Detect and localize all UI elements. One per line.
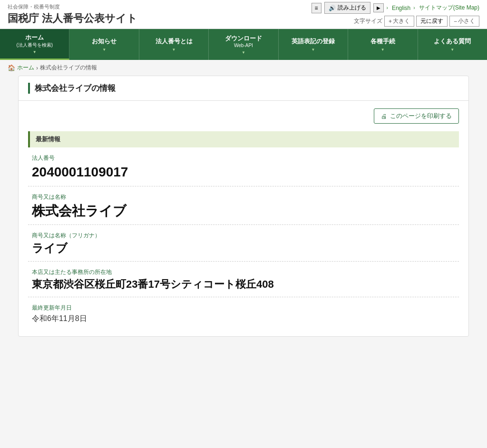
page-title: 株式会社ライブの情報 (28, 83, 459, 94)
main-nav: ホーム (法人番号を検索) ▼ お知らせ ▼ 法人番号とは ▼ ダウンロード W… (0, 29, 487, 60)
font-size-label: 文字サイズ (354, 17, 382, 25)
font-small-button[interactable]: − 小さく (449, 16, 479, 27)
nav-item-home[interactable]: ホーム (法人番号を検索) ▼ (0, 29, 69, 60)
top-bar: 社会保障・税番号制度 国税庁 法人番号公表サイト ≡ 🔊 読み上げる ▶ › E… (0, 0, 487, 29)
plus-icon: + (389, 18, 392, 25)
top-controls: ≡ 🔊 読み上げる ▶ › English › サイトマップ(Site Map) (312, 2, 479, 14)
nav-english-arrow: ▼ (311, 48, 315, 52)
nav-download-arrow: ▼ (242, 50, 245, 55)
field-label-hojin-number: 法人番号 (32, 154, 455, 162)
field-last-updated: 最終更新年月日 令和6年11月8日 (28, 297, 459, 329)
speaker-icon: 🔊 (329, 5, 336, 11)
nav-item-procedures[interactable]: 各種手続 ▼ (348, 29, 418, 60)
font-large-button[interactable]: + 大きく (384, 16, 414, 27)
site-branding: 社会保障・税番号制度 国税庁 法人番号公表サイト (8, 3, 137, 26)
field-company-name: 商号又は名称 株式会社ライブ (28, 186, 459, 225)
field-label-address: 本店又は主たる事務所の所在地 (32, 268, 455, 276)
arrow-icon: › (387, 5, 388, 10)
nav-english-label: 英語表記の登録 (292, 38, 335, 46)
english-link[interactable]: English (392, 5, 410, 11)
field-hojin-number: 法人番号 2040001109017 (28, 147, 459, 186)
play-button[interactable]: ▶ (373, 3, 384, 12)
field-furigana: 商号又は名称（フリガナ） ライブ (28, 225, 459, 262)
page-card-header: 株式会社ライブの情報 (19, 76, 468, 101)
field-value-furigana: ライブ (32, 242, 455, 255)
nav-about-arrow: ▼ (172, 48, 176, 52)
breadcrumb-current: 株式会社ライブの情報 (40, 64, 97, 72)
minus-icon: − (454, 18, 457, 25)
font-reset-button[interactable]: 元に戻す (416, 16, 448, 27)
printer-icon: 🖨 (381, 113, 387, 120)
page-card: 株式会社ライブの情報 🖨 このページを印刷する 最新情報 法人番号 204000… (18, 76, 469, 337)
nav-faq-arrow: ▼ (450, 48, 454, 52)
menu-button[interactable]: ≡ (312, 3, 321, 13)
field-value-last-updated: 令和6年11月8日 (32, 314, 455, 323)
nav-item-download[interactable]: ダウンロード Web-API ▼ (209, 29, 278, 60)
nav-home-label: ホーム (25, 34, 44, 42)
nav-about-label: 法人番号とは (156, 38, 193, 46)
nav-home-arrow: ▼ (33, 50, 37, 55)
page-card-body: 🖨 このページを印刷する 最新情報 法人番号 2040001109017 商号又… (19, 101, 468, 336)
field-address: 本店又は主たる事務所の所在地 東京都渋谷区桜丘町23番17号シティコート桜丘40… (28, 262, 459, 297)
nav-home-sub: (法人番号を検索) (16, 42, 53, 48)
nav-download-label: ダウンロード (225, 35, 262, 43)
print-button[interactable]: 🖨 このページを印刷する (374, 108, 459, 124)
main-content: 株式会社ライブの情報 🖨 このページを印刷する 最新情報 法人番号 204000… (10, 76, 477, 337)
sitemap-link[interactable]: サイトマップ(Site Map) (419, 4, 479, 12)
field-label-furigana: 商号又は名称（フリガナ） (32, 232, 455, 240)
nav-item-news[interactable]: お知らせ ▼ (69, 29, 139, 60)
breadcrumb: 🏠 ホーム › 株式会社ライブの情報 (0, 60, 487, 76)
nav-news-label: お知らせ (92, 38, 117, 46)
print-btn-row: 🖨 このページを印刷する (28, 108, 459, 124)
nav-news-arrow: ▼ (102, 48, 106, 52)
home-icon: 🏠 (8, 64, 15, 71)
breadcrumb-separator: › (36, 65, 38, 71)
sitemap-link-row: › サイトマップ(Site Map) (413, 4, 479, 12)
field-label-company-name: 商号又は名称 (32, 193, 455, 201)
nav-item-english[interactable]: 英語表記の登録 ▼ (279, 29, 348, 60)
field-label-last-updated: 最終更新年月日 (32, 304, 455, 312)
nav-download-sub: Web-API (234, 42, 253, 49)
breadcrumb-home-link[interactable]: ホーム (17, 64, 34, 72)
field-value-hojin-number: 2040001109017 (32, 164, 455, 180)
font-size-controls: 文字サイズ + 大きく 元に戻す − 小さく (354, 16, 479, 27)
nav-procedures-arrow: ▼ (381, 48, 385, 52)
nav-procedures-label: 各種手続 (370, 38, 395, 46)
arrow-icon2: › (413, 5, 415, 10)
nav-faq-label: よくある質問 (434, 38, 471, 46)
field-value-address: 東京都渋谷区桜丘町23番17号シティコート桜丘408 (32, 278, 455, 291)
language-links: › English (387, 5, 411, 11)
section-header: 最新情報 (28, 131, 459, 147)
nav-item-about[interactable]: 法人番号とは ▼ (139, 29, 209, 60)
audio-button[interactable]: 🔊 読み上げる (324, 2, 370, 14)
field-value-company-name: 株式会社ライブ (32, 203, 455, 219)
nav-item-faq[interactable]: よくある質問 ▼ (418, 29, 487, 60)
site-title: 国税庁 法人番号公表サイト (8, 11, 137, 26)
site-subtitle: 社会保障・税番号制度 (8, 3, 137, 10)
top-bar-right: ≡ 🔊 読み上げる ▶ › English › サイトマップ(Site Map)… (312, 2, 479, 27)
